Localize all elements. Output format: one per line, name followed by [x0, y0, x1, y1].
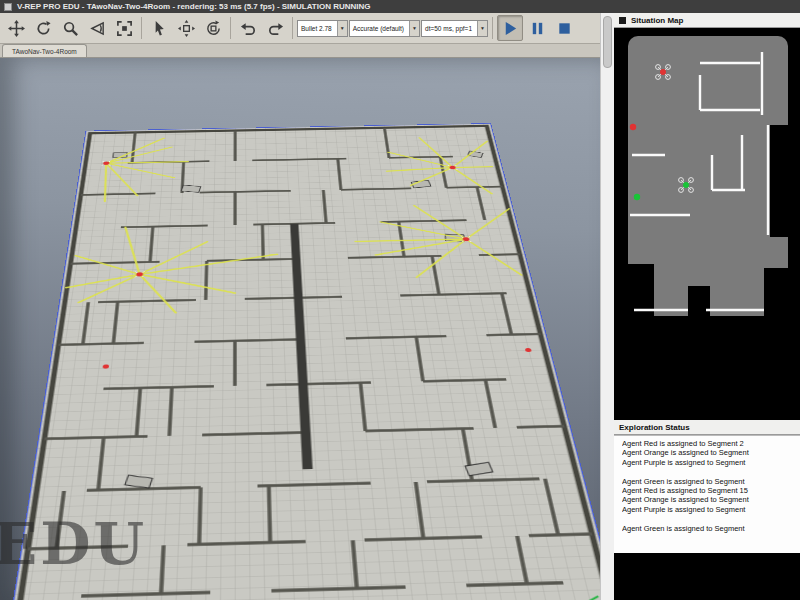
accuracy-value: Accurate (default) [353, 25, 404, 32]
situation-map-graphic [614, 28, 800, 420]
camera-zoom-icon [62, 20, 79, 37]
object-rotate-button[interactable] [200, 15, 226, 41]
exploration-status-list: Agent Red is assigned to Segment 2 Agent… [614, 435, 800, 553]
scrollbar-thumb[interactable] [603, 16, 612, 68]
toolbar-separator [292, 17, 293, 39]
viewport-3d[interactable]: EDU [0, 58, 600, 600]
undo-icon [240, 20, 257, 37]
camera-rotate-button[interactable] [30, 15, 56, 41]
exploration-status-title: Exploration Status [619, 423, 690, 432]
situation-map-title: Situation Map [631, 16, 683, 25]
vrep-window: V-REP PRO EDU - TAwoNav-Two-4Room - rend… [0, 0, 800, 600]
accuracy-select[interactable]: Accurate (default) ▼ [349, 20, 420, 37]
physics-engine-value: Bullet 2.78 [301, 25, 332, 32]
physics-engine-select[interactable]: Bullet 2.78 ▼ [297, 20, 348, 37]
scene-tabbar: TAwoNav-Two-4Room [0, 44, 611, 58]
status-line: Agent Green is assigned to Segment [622, 524, 800, 533]
object-rotate-icon [205, 20, 222, 37]
edu-watermark: EDU [0, 510, 147, 578]
play-icon [502, 20, 519, 37]
pause-icon [529, 20, 546, 37]
camera-angle-button[interactable] [84, 15, 110, 41]
status-line: Agent Red is assigned to Segment 15 [622, 486, 800, 495]
toolbar-separator [141, 17, 142, 39]
camera-zoom-button[interactable] [57, 15, 83, 41]
fit-to-view-button[interactable] [111, 15, 137, 41]
status-line: Agent Red is assigned to Segment 2 [622, 439, 800, 448]
select-cursor-icon [151, 20, 168, 37]
status-line [622, 467, 800, 476]
status-line: Agent Purple is assigned to Segment [622, 458, 800, 467]
chevron-down-icon: ▼ [337, 21, 347, 36]
status-line: Agent Purple is assigned to Segment [622, 505, 800, 514]
pause-button[interactable] [524, 15, 550, 41]
panel-icon [619, 17, 626, 24]
timestep-select[interactable]: dt=50 ms, ppf=1 ▼ [421, 20, 488, 37]
camera-angle-icon [89, 20, 106, 37]
object-shift-icon [178, 20, 195, 37]
status-line: Agent Orange is assigned to Segment [622, 495, 800, 504]
window-icon [4, 3, 12, 11]
camera-pan-icon [8, 20, 25, 37]
exploration-status-header: Exploration Status [614, 420, 800, 435]
camera-rotate-icon [35, 20, 52, 37]
situation-panel: Situation Map [614, 13, 800, 600]
situation-map-header: Situation Map [614, 13, 800, 28]
select-cursor-button[interactable] [146, 15, 172, 41]
stop-icon [556, 20, 573, 37]
status-line: Agent Green is assigned to Segment [622, 477, 800, 486]
chevron-down-icon: ▼ [477, 21, 487, 36]
redo-button[interactable] [262, 15, 288, 41]
redo-icon [267, 20, 284, 37]
toolbar-separator [492, 17, 493, 39]
titlebar[interactable]: V-REP PRO EDU - TAwoNav-Two-4Room - rend… [0, 0, 800, 13]
status-line [622, 514, 800, 523]
window-title: V-REP PRO EDU - TAwoNav-Two-4Room - rend… [17, 2, 371, 11]
play-button[interactable] [497, 15, 523, 41]
toolbar-separator [230, 17, 231, 39]
stop-button[interactable] [551, 15, 577, 41]
viewport-scrollbar[interactable] [600, 13, 614, 600]
object-shift-button[interactable] [173, 15, 199, 41]
situation-map [614, 28, 800, 420]
undo-button[interactable] [235, 15, 261, 41]
timestep-value: dt=50 ms, ppf=1 [425, 25, 472, 32]
main-toolbar: Bullet 2.78 ▼ Accurate (default) ▼ dt=50… [0, 13, 611, 44]
camera-pan-button[interactable] [3, 15, 29, 41]
status-line: Agent Orange is assigned to Segment [622, 448, 800, 457]
tab-scene[interactable]: TAwoNav-Two-4Room [2, 44, 87, 57]
tab-scene-label: TAwoNav-Two-4Room [12, 48, 77, 55]
fit-to-view-icon [116, 20, 133, 37]
chevron-down-icon: ▼ [409, 21, 419, 36]
